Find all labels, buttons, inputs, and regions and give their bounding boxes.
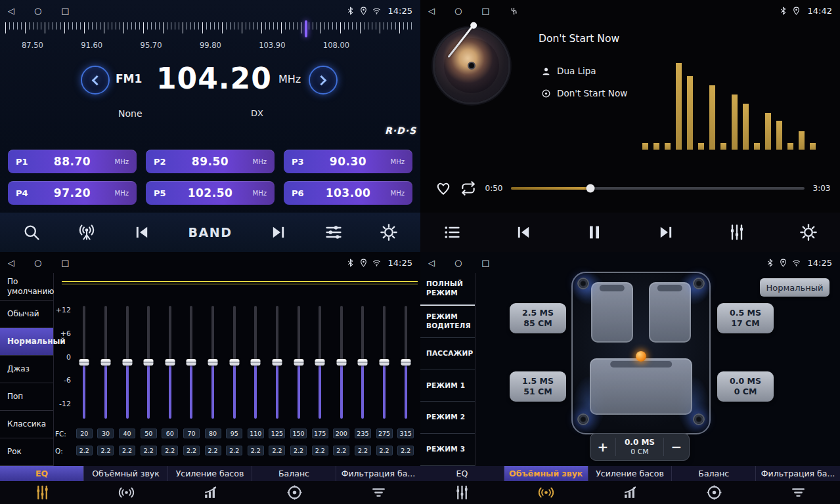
eq-preset-item[interactable]: Поп	[0, 383, 53, 411]
slider-knob[interactable]	[229, 359, 239, 366]
eq-band-slider[interactable]	[288, 302, 309, 423]
audio-tab[interactable]: Фильтрация ба...	[336, 466, 420, 504]
band-button[interactable]: BAND	[188, 225, 232, 240]
front-left-delay-button[interactable]: 2.5 MS 85 CM	[510, 303, 566, 333]
eq-band-slider[interactable]	[374, 302, 395, 423]
rear-right-delay-button[interactable]: 0.0 MS 0 CM	[717, 371, 774, 402]
slider-knob[interactable]	[358, 359, 368, 366]
seek-handle[interactable]	[586, 184, 594, 193]
mixer-button[interactable]	[728, 223, 746, 242]
eq-preset-item[interactable]: Нормальный	[0, 328, 53, 356]
repeat-button[interactable]	[460, 180, 477, 197]
eq-band-slider[interactable]	[74, 302, 95, 423]
front-right-delay-button[interactable]: 0.5 MS 17 CM	[717, 303, 774, 333]
eq-band-slider[interactable]	[202, 302, 224, 423]
eq-band-slider[interactable]	[95, 302, 117, 423]
broadcast-button[interactable]	[77, 223, 96, 242]
seek-up-button[interactable]	[309, 66, 338, 94]
scan-button[interactable]	[22, 223, 41, 242]
slider-knob[interactable]	[187, 359, 196, 366]
listening-mode-item[interactable]: РЕЖИМ 3	[420, 434, 475, 466]
slider-knob[interactable]	[272, 359, 282, 366]
audio-tab[interactable]: Усиление басов	[588, 466, 673, 504]
eq-band-slider[interactable]	[160, 302, 181, 423]
prev-station-button[interactable]	[133, 223, 151, 242]
eq-preset-item[interactable]: Классика	[0, 411, 53, 438]
playlist-button[interactable]	[443, 223, 461, 242]
eq-band-slider[interactable]	[267, 302, 288, 423]
listening-mode-item[interactable]: ПОЛНЫЙ РЕЖИМ	[420, 273, 475, 306]
recents-icon[interactable]	[481, 7, 489, 15]
seek-down-button[interactable]	[81, 66, 110, 94]
pause-button[interactable]	[585, 223, 604, 242]
sound-preset-button[interactable]: Нормальный	[760, 278, 829, 297]
preset-button[interactable]: P2 89.50 MHz	[146, 150, 275, 173]
back-icon[interactable]	[428, 7, 435, 15]
recents-icon[interactable]	[61, 7, 69, 15]
frequency-ruler[interactable]: 87.5091.6095.7099.80103.90108.00	[5, 22, 415, 54]
preset-button[interactable]: P1 88.70 MHz	[8, 150, 137, 173]
favorite-button[interactable]	[435, 180, 452, 197]
tuning-options-button[interactable]	[324, 223, 343, 242]
settings-button[interactable]	[799, 223, 818, 242]
eq-band-slider[interactable]	[138, 302, 160, 423]
listening-mode-item[interactable]: РЕЖИМ ВОДИТЕЛЯ	[420, 306, 475, 338]
listening-position-marker[interactable]	[636, 351, 646, 362]
slider-knob[interactable]	[144, 359, 154, 366]
audio-tab[interactable]: EQ	[0, 466, 84, 504]
eq-band-slider[interactable]	[181, 302, 202, 423]
home-icon[interactable]	[454, 259, 462, 267]
eq-band-slider[interactable]	[331, 302, 353, 423]
slider-knob[interactable]	[100, 359, 110, 366]
slider-knob[interactable]	[294, 359, 303, 366]
decrease-delay-button[interactable]: −	[664, 434, 689, 460]
eq-preset-item[interactable]: Обычай	[0, 301, 53, 328]
slider-knob[interactable]	[122, 359, 132, 366]
audio-tab[interactable]: Усиление басов	[168, 466, 252, 504]
eq-band-slider[interactable]	[352, 302, 374, 423]
slider-knob[interactable]	[165, 359, 175, 366]
settings-button[interactable]	[380, 223, 398, 242]
slider-knob[interactable]	[315, 359, 325, 366]
listening-mode-item[interactable]: РЕЖИМ 2	[420, 402, 475, 434]
slider-knob[interactable]	[380, 359, 389, 366]
increase-delay-button[interactable]: +	[590, 434, 615, 460]
eq-preset-item[interactable]: Джаз	[0, 356, 53, 383]
audio-tab[interactable]: Объёмный звук	[84, 466, 168, 504]
eq-band-slider[interactable]	[395, 302, 416, 423]
recents-icon[interactable]	[61, 259, 69, 267]
home-icon[interactable]	[34, 259, 41, 267]
audio-tab[interactable]: Объёмный звук	[504, 466, 588, 504]
prev-track-button[interactable]	[514, 223, 533, 242]
eq-preset-item[interactable]: Рок	[0, 438, 53, 466]
eq-band-slider[interactable]	[223, 302, 245, 423]
slider-knob[interactable]	[79, 359, 89, 366]
next-track-button[interactable]	[657, 223, 675, 242]
audio-tab[interactable]: EQ	[420, 466, 504, 504]
slider-knob[interactable]	[208, 359, 218, 366]
listening-mode-item[interactable]: РЕЖИМ 1	[420, 369, 475, 402]
audio-tab[interactable]: Баланс	[252, 466, 336, 504]
back-icon[interactable]	[428, 259, 435, 267]
preset-button[interactable]: P5 102.50 MHz	[146, 181, 275, 205]
preset-button[interactable]: P6 103.00 MHz	[284, 181, 412, 205]
eq-band-slider[interactable]	[245, 302, 267, 423]
back-icon[interactable]	[8, 7, 14, 15]
slider-knob[interactable]	[251, 359, 261, 366]
preset-button[interactable]: P3 90.30 MHz	[284, 150, 412, 173]
eq-band-slider[interactable]	[309, 302, 331, 423]
audio-tab[interactable]: Баланс	[672, 466, 756, 504]
preset-button[interactable]: P4 97.20 MHz	[8, 181, 137, 205]
home-icon[interactable]	[34, 7, 41, 15]
rear-left-delay-button[interactable]: 1.5 MS 51 CM	[510, 371, 566, 402]
listening-mode-item[interactable]: ПАССАЖИР	[420, 338, 475, 370]
back-icon[interactable]	[8, 259, 14, 267]
audio-tab[interactable]: Фильтрация ба...	[756, 466, 840, 504]
eq-preset-item[interactable]: По умолчанию	[0, 273, 53, 301]
seek-bar[interactable]	[511, 187, 805, 190]
next-station-button[interactable]	[269, 223, 288, 242]
home-icon[interactable]	[454, 7, 462, 15]
eq-band-slider[interactable]	[116, 302, 138, 423]
slider-knob[interactable]	[336, 359, 346, 366]
recents-icon[interactable]	[481, 259, 489, 267]
